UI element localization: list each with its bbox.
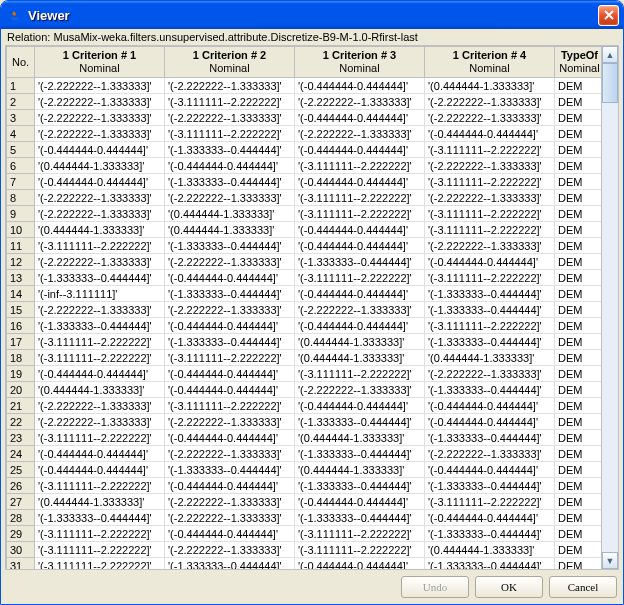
cell[interactable]: '(-2.222222--1.333333]' xyxy=(165,414,295,430)
cell[interactable]: '(0.444444-1.333333]' xyxy=(165,206,295,222)
cell[interactable]: '(-3.111111--2.222222]' xyxy=(35,558,165,569)
cell[interactable]: '(-2.222222--1.333333]' xyxy=(35,398,165,414)
col-header-1[interactable]: 1 Criterion # 1Nominal xyxy=(35,47,165,78)
cell[interactable]: '(-3.111111--2.222222]' xyxy=(425,206,555,222)
cell-typeof[interactable]: DEM xyxy=(555,510,602,526)
cell[interactable]: '(-2.222222--1.333333]' xyxy=(35,302,165,318)
table-row[interactable]: 8'(-2.222222--1.333333]''(-2.222222--1.3… xyxy=(7,190,602,206)
cell[interactable]: '(-1.333333--0.444444]' xyxy=(295,446,425,462)
cell-typeof[interactable]: DEM xyxy=(555,126,602,142)
table-row[interactable]: 20'(0.444444-1.333333]''(-0.444444-0.444… xyxy=(7,382,602,398)
scroll-down-button[interactable]: ▼ xyxy=(602,552,618,569)
cell[interactable]: '(-3.111111--2.222222]' xyxy=(295,366,425,382)
cell[interactable]: '(-2.222222--1.333333]' xyxy=(165,494,295,510)
cell-typeof[interactable]: DEM xyxy=(555,558,602,569)
row-number[interactable]: 22 xyxy=(7,414,35,430)
cell[interactable]: '(-0.444444-0.444444]' xyxy=(35,174,165,190)
table-row[interactable]: 4'(-2.222222--1.333333]''(-3.111111--2.2… xyxy=(7,126,602,142)
cell[interactable]: '(-3.111111--2.222222]' xyxy=(295,158,425,174)
cell[interactable]: '(-3.111111--2.222222]' xyxy=(165,126,295,142)
row-number[interactable]: 20 xyxy=(7,382,35,398)
row-number[interactable]: 5 xyxy=(7,142,35,158)
cell[interactable]: '(-3.111111--2.222222]' xyxy=(35,526,165,542)
row-number[interactable]: 16 xyxy=(7,318,35,334)
cell-typeof[interactable]: DEM xyxy=(555,526,602,542)
row-number[interactable]: 24 xyxy=(7,446,35,462)
cell-typeof[interactable]: DEM xyxy=(555,190,602,206)
cell[interactable]: '(-2.222222--1.333333]' xyxy=(35,254,165,270)
cell-typeof[interactable]: DEM xyxy=(555,78,602,94)
cell[interactable]: '(-3.111111--2.222222]' xyxy=(295,270,425,286)
cell[interactable]: '(-3.111111--2.222222]' xyxy=(35,334,165,350)
cell[interactable]: '(-3.111111--2.222222]' xyxy=(165,398,295,414)
cell[interactable]: '(-3.111111--2.222222]' xyxy=(295,190,425,206)
cell-typeof[interactable]: DEM xyxy=(555,174,602,190)
cell[interactable]: '(-1.333333--0.444444]' xyxy=(165,558,295,569)
cell-typeof[interactable]: DEM xyxy=(555,94,602,110)
table-row[interactable]: 18'(-3.111111--2.222222]''(-3.111111--2.… xyxy=(7,350,602,366)
cell[interactable]: '(-0.444444-0.444444]' xyxy=(35,446,165,462)
cell[interactable]: '(-3.111111--2.222222]' xyxy=(425,142,555,158)
cell[interactable]: '(-0.444444-0.444444]' xyxy=(295,110,425,126)
table-row[interactable]: 25'(-0.444444-0.444444]''(-1.333333--0.4… xyxy=(7,462,602,478)
cell[interactable]: '(-2.222222--1.333333]' xyxy=(295,302,425,318)
cell-typeof[interactable]: DEM xyxy=(555,350,602,366)
cell[interactable]: '(-2.222222--1.333333]' xyxy=(425,238,555,254)
cell[interactable]: '(0.444444-1.333333]' xyxy=(35,222,165,238)
cell[interactable]: '(-3.111111--2.222222]' xyxy=(35,478,165,494)
row-number[interactable]: 29 xyxy=(7,526,35,542)
cell[interactable]: '(-2.222222--1.333333]' xyxy=(295,94,425,110)
cell[interactable]: '(-0.444444-0.444444]' xyxy=(295,558,425,569)
cell[interactable]: '(-2.222222--1.333333]' xyxy=(165,110,295,126)
table-row[interactable]: 1'(-2.222222--1.333333]''(-2.222222--1.3… xyxy=(7,78,602,94)
cell[interactable]: '(-0.444444-0.444444]' xyxy=(35,142,165,158)
cell[interactable]: '(0.444444-1.333333]' xyxy=(295,334,425,350)
table-row[interactable]: 3'(-2.222222--1.333333]''(-2.222222--1.3… xyxy=(7,110,602,126)
cell[interactable]: '(0.444444-1.333333]' xyxy=(295,430,425,446)
table-row[interactable]: 15'(-2.222222--1.333333]''(-2.222222--1.… xyxy=(7,302,602,318)
cell-typeof[interactable]: DEM xyxy=(555,430,602,446)
cell[interactable]: '(-2.222222--1.333333]' xyxy=(425,446,555,462)
cell[interactable]: '(-0.444444-0.444444]' xyxy=(425,254,555,270)
cell[interactable]: '(-0.444444-0.444444]' xyxy=(425,462,555,478)
cell-typeof[interactable]: DEM xyxy=(555,110,602,126)
row-number[interactable]: 7 xyxy=(7,174,35,190)
table-row[interactable]: 12'(-2.222222--1.333333]''(-2.222222--1.… xyxy=(7,254,602,270)
cell[interactable]: '(0.444444-1.333333]' xyxy=(295,350,425,366)
row-number[interactable]: 10 xyxy=(7,222,35,238)
cell[interactable]: '(-1.333333--0.444444]' xyxy=(425,558,555,569)
vertical-scrollbar[interactable]: ▲ ▼ xyxy=(601,46,618,569)
cell-typeof[interactable]: DEM xyxy=(555,478,602,494)
cell[interactable]: '(-3.111111--2.222222]' xyxy=(425,318,555,334)
cell[interactable]: '(-2.222222--1.333333]' xyxy=(165,78,295,94)
cell[interactable]: '(-3.111111--2.222222]' xyxy=(425,270,555,286)
row-number[interactable]: 4 xyxy=(7,126,35,142)
table-row[interactable]: 10'(0.444444-1.333333]''(0.444444-1.3333… xyxy=(7,222,602,238)
cell[interactable]: '(-3.111111--2.222222]' xyxy=(35,238,165,254)
cell[interactable]: '(-1.333333--0.444444]' xyxy=(295,510,425,526)
table-row[interactable]: 2'(-2.222222--1.333333]''(-3.111111--2.2… xyxy=(7,94,602,110)
scroll-up-button[interactable]: ▲ xyxy=(602,46,618,63)
table-row[interactable]: 13'(-1.333333--0.444444]''(-0.444444-0.4… xyxy=(7,270,602,286)
scroll-track[interactable] xyxy=(602,63,618,552)
cell-typeof[interactable]: DEM xyxy=(555,142,602,158)
cell[interactable]: '(-0.444444-0.444444]' xyxy=(35,366,165,382)
row-number[interactable]: 15 xyxy=(7,302,35,318)
table-row[interactable]: 14'(-inf--3.111111]''(-1.333333--0.44444… xyxy=(7,286,602,302)
ok-button[interactable]: OK xyxy=(475,576,543,598)
cell[interactable]: '(-inf--3.111111]' xyxy=(35,286,165,302)
cell-typeof[interactable]: DEM xyxy=(555,398,602,414)
cell[interactable]: '(-0.444444-0.444444]' xyxy=(165,478,295,494)
cell-typeof[interactable]: DEM xyxy=(555,302,602,318)
cell[interactable]: '(-2.222222--1.333333]' xyxy=(165,254,295,270)
cell[interactable]: '(-0.444444-0.444444]' xyxy=(165,430,295,446)
col-header-typeof[interactable]: TypeOfNominal xyxy=(555,47,602,78)
cell[interactable]: '(0.444444-1.333333]' xyxy=(35,382,165,398)
cell[interactable]: '(-2.222222--1.333333]' xyxy=(165,190,295,206)
cell[interactable]: '(-1.333333--0.444444]' xyxy=(165,462,295,478)
cell[interactable]: '(-2.222222--1.333333]' xyxy=(295,126,425,142)
cell[interactable]: '(-0.444444-0.444444]' xyxy=(425,414,555,430)
cell[interactable]: '(-1.333333--0.444444]' xyxy=(425,382,555,398)
scroll-thumb[interactable] xyxy=(602,63,618,103)
cell[interactable]: '(-1.333333--0.444444]' xyxy=(35,510,165,526)
